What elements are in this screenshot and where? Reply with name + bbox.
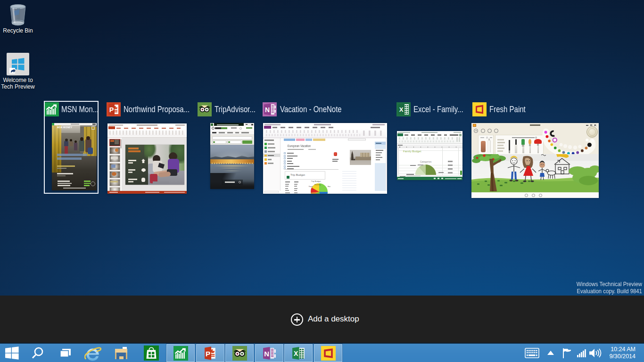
svg-text:N: N: [265, 106, 270, 114]
svg-text:N: N: [264, 350, 269, 358]
svg-text:X: X: [294, 350, 298, 357]
svg-text:Food: Food: [309, 186, 313, 188]
svg-text:Hotel: Hotel: [328, 186, 330, 188]
svg-text:P: P: [109, 106, 114, 114]
svg-text:X: X: [399, 106, 404, 113]
svg-text:P: P: [205, 350, 210, 358]
svg-text:Housing: Housing: [314, 184, 321, 186]
